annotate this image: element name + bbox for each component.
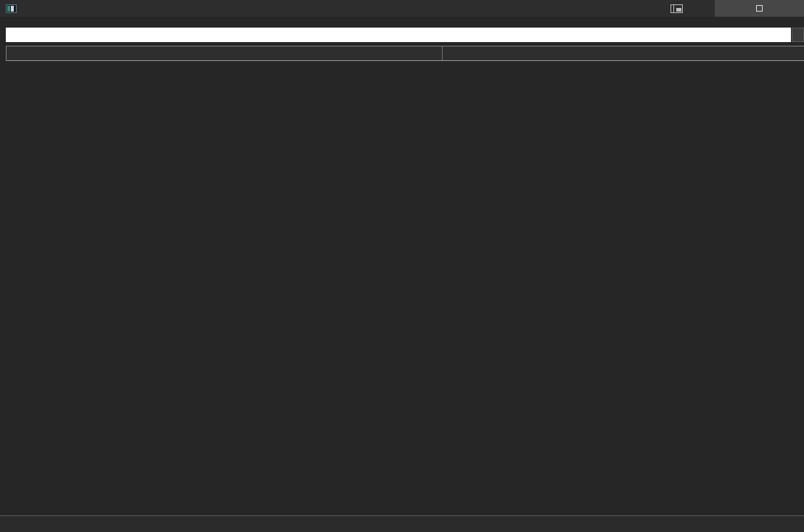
settings-table [6, 46, 804, 61]
title-bar [0, 0, 804, 17]
window-layout-icon[interactable] [670, 4, 683, 13]
maximize-icon [756, 5, 763, 12]
window-controls [715, 0, 804, 17]
column-header-setting-name[interactable] [7, 46, 443, 60]
search-dropdown-button[interactable] [792, 28, 804, 42]
settings-tab-bar [0, 17, 804, 20]
minimize-button[interactable] [715, 0, 744, 17]
search-row [6, 28, 804, 42]
column-header-value[interactable] [443, 46, 804, 60]
app-icon [6, 4, 17, 13]
maximize-button[interactable] [744, 0, 774, 17]
close-button[interactable] [774, 0, 804, 17]
search-input[interactable] [6, 28, 791, 42]
footer-button-bar [0, 515, 804, 532]
table-header [7, 46, 804, 61]
